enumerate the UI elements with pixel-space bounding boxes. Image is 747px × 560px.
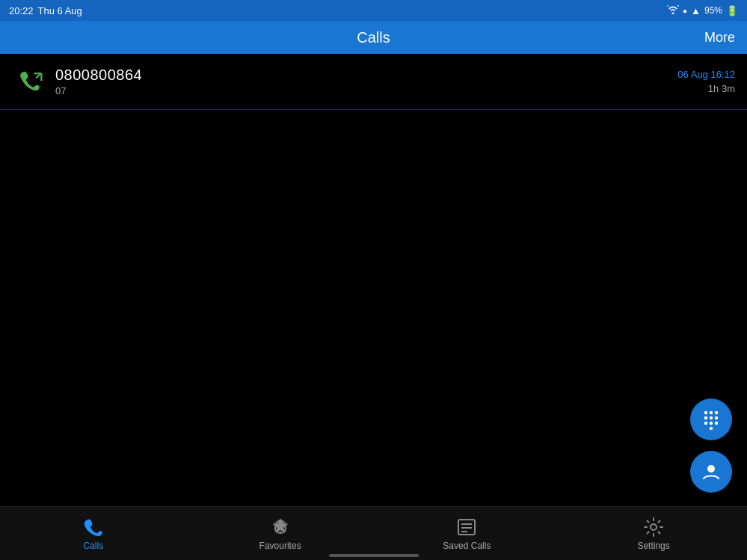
status-date: Thu 6 Aug [38, 5, 82, 16]
more-button[interactable]: More [704, 30, 735, 46]
call-duration: 1h 3m [677, 83, 735, 94]
phone-number: 0800800864 [55, 67, 677, 84]
call-list: 0800800864 07 06 Aug 16:12 1h 3m [0, 54, 747, 506]
svg-point-18 [651, 524, 657, 530]
svg-point-5 [715, 411, 718, 414]
page-title: Calls [357, 29, 390, 46]
call-sub: 07 [55, 85, 677, 96]
home-indicator [329, 554, 419, 557]
status-time: 20:22 [9, 5, 34, 16]
wifi-icon [667, 5, 679, 16]
sidebar-item-saved-calls[interactable]: Saved Calls [374, 517, 561, 551]
dialpad-fab-button[interactable] [690, 399, 732, 440]
svg-point-10 [710, 422, 713, 425]
svg-point-11 [715, 422, 718, 425]
svg-point-7 [710, 416, 713, 419]
sidebar-item-settings[interactable]: Settings [560, 517, 747, 551]
svg-point-13 [707, 465, 715, 473]
table-row[interactable]: 0800800864 07 06 Aug 16:12 1h 3m [0, 54, 747, 110]
contact-fab-button[interactable] [690, 451, 732, 493]
call-type-icon [12, 63, 49, 100]
bottom-navigation: Calls Favourites Saved Calls Settings [0, 506, 747, 560]
svg-point-9 [704, 422, 707, 425]
favourites-nav-label: Favourites [259, 541, 301, 551]
circle-icon: ● [683, 7, 687, 15]
svg-point-12 [710, 427, 713, 430]
status-left: 20:22 Thu 6 Aug [9, 5, 82, 16]
app-header: Calls More [0, 21, 747, 54]
settings-nav-label: Settings [637, 541, 669, 551]
call-date: 06 Aug 16:12 [677, 69, 735, 80]
battery-icon: 🔋 [726, 5, 738, 16]
sidebar-item-calls[interactable]: Calls [0, 517, 187, 551]
svg-point-8 [715, 416, 718, 419]
status-right: ● ▲ 95% 🔋 [667, 5, 738, 16]
svg-point-6 [704, 416, 707, 419]
call-info: 0800800864 07 [49, 67, 677, 96]
calls-nav-label: Calls [84, 541, 104, 551]
battery-percentage: 95% [704, 5, 722, 16]
sidebar-item-favourites[interactable]: Favourites [187, 517, 374, 551]
navigation-icon: ▲ [691, 5, 701, 16]
status-bar: 20:22 Thu 6 Aug ● ▲ 95% 🔋 [0, 0, 747, 21]
saved-calls-nav-label: Saved Calls [443, 541, 491, 551]
call-meta: 06 Aug 16:12 1h 3m [677, 69, 735, 94]
svg-point-4 [710, 411, 713, 414]
svg-point-3 [704, 411, 707, 414]
